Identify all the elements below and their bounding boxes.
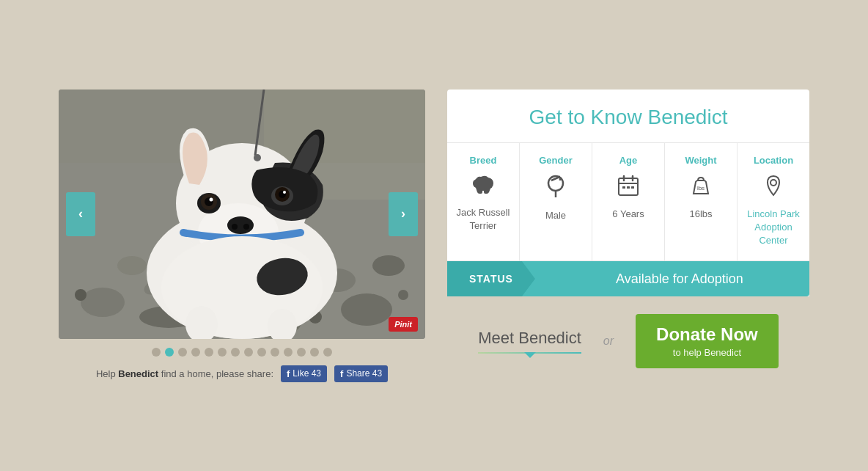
status-bar: STATUS Available for Adoption: [447, 261, 809, 296]
content-area: ‹ › Pinit Help Benedict find a home, ple…: [59, 90, 809, 382]
carousel-dot-7[interactable]: [244, 348, 253, 357]
left-panel: ‹ › Pinit Help Benedict find a home, ple…: [59, 90, 425, 382]
info-card: Get to Know Benedict BreedJack Russell T…: [447, 90, 809, 297]
or-text: or: [603, 335, 614, 348]
weight-icon: lbs: [690, 175, 712, 200]
svg-point-50: [770, 180, 776, 186]
svg-rect-46: [622, 186, 625, 189]
dog-photo: [59, 90, 425, 339]
stat-label-3: Weight: [685, 155, 716, 166]
stat-col-weight: Weightlbs16lbs: [665, 143, 738, 261]
svg-point-8: [75, 289, 87, 301]
title-prefix: Get to Know: [529, 106, 648, 128]
meet-button[interactable]: Meet Benedict: [478, 329, 581, 354]
donate-main-label: Donate Now: [656, 324, 758, 346]
bottom-actions: Meet Benedict or Donate Now to help Bene…: [447, 314, 809, 368]
stat-value-4: Lincoln Park Adoption Center: [745, 208, 802, 248]
facebook-icon: f: [287, 368, 290, 379]
carousel-dot-5[interactable]: [218, 348, 227, 357]
next-button[interactable]: ›: [389, 192, 418, 236]
stat-label-4: Location: [754, 155, 793, 166]
stat-col-breed: BreedJack Russell Terrier: [447, 143, 520, 261]
svg-point-7: [372, 255, 405, 276]
title-name: Benedict: [647, 106, 727, 128]
gender-icon: [545, 175, 566, 202]
carousel-dot-0[interactable]: [152, 348, 161, 357]
facebook-share-icon: f: [340, 368, 343, 379]
carousel-dot-6[interactable]: [231, 348, 240, 357]
page-wrapper: ‹ › Pinit Help Benedict find a home, ple…: [0, 0, 868, 471]
svg-point-36: [254, 154, 261, 161]
facebook-like-button[interactable]: f Like 43: [281, 365, 327, 382]
svg-point-11: [398, 290, 408, 300]
facebook-share-button[interactable]: f Share 43: [334, 365, 388, 382]
stat-value-2: 6 Years: [612, 208, 644, 221]
carousel-dot-10[interactable]: [284, 348, 293, 357]
like-label: Like 43: [293, 368, 321, 379]
carousel-dot-13[interactable]: [323, 348, 332, 357]
svg-text:lbs: lbs: [697, 185, 705, 191]
stat-value-0: Jack Russell Terrier: [455, 206, 512, 233]
stat-col-age: Age6 Years: [592, 143, 665, 261]
carousel-dot-11[interactable]: [297, 348, 306, 357]
carousel-dot-1[interactable]: [165, 348, 174, 357]
svg-point-1: [81, 288, 125, 317]
carousel-dot-12[interactable]: [310, 348, 319, 357]
photo-container: ‹ › Pinit: [59, 90, 425, 339]
meet-underline: [478, 352, 581, 354]
share-label: Share 43: [346, 368, 382, 379]
svg-point-21: [243, 224, 249, 230]
meet-label: Meet Benedict: [478, 329, 581, 348]
card-title: Get to Know Benedict: [447, 90, 809, 143]
location-icon: [765, 175, 782, 200]
next-icon: ›: [401, 206, 405, 222]
status-value: Available for Adoption: [535, 271, 809, 287]
share-text: Help Benedict find a home, please share:: [96, 368, 273, 379]
calendar-icon: [617, 175, 639, 200]
stat-col-location: LocationLincoln Park Adoption Center: [738, 143, 809, 261]
svg-point-6: [117, 256, 147, 275]
donate-sub-label: to help Benedict: [673, 347, 741, 358]
stat-col-gender: GenderMale: [520, 143, 592, 261]
pet-name-share: Benedict: [118, 368, 158, 379]
svg-point-20: [232, 224, 238, 230]
carousel-dot-9[interactable]: [271, 348, 279, 357]
stat-value-3: 16lbs: [689, 208, 712, 221]
pinit-badge[interactable]: Pinit: [389, 317, 418, 332]
svg-point-25: [210, 197, 213, 201]
svg-point-29: [283, 191, 286, 194]
dog-icon: [471, 175, 495, 199]
carousel-dot-2[interactable]: [178, 348, 187, 357]
stats-row: BreedJack Russell TerrierGenderMaleAge6 …: [447, 143, 809, 262]
svg-point-19: [227, 216, 254, 234]
share-section: Help Benedict find a home, please share:…: [96, 365, 388, 382]
svg-point-4: [341, 293, 392, 326]
svg-rect-47: [627, 186, 630, 189]
carousel-dot-3[interactable]: [191, 348, 200, 357]
right-panel: Get to Know Benedict BreedJack Russell T…: [447, 90, 809, 368]
carousel-dot-4[interactable]: [205, 348, 213, 357]
prev-icon: ‹: [78, 206, 83, 222]
donate-button[interactable]: Donate Now to help Benedict: [636, 314, 779, 368]
stat-value-1: Male: [545, 209, 566, 222]
stat-label-0: Breed: [470, 155, 497, 166]
status-label: STATUS: [447, 261, 535, 296]
carousel-dot-8[interactable]: [257, 348, 266, 357]
stat-label-2: Age: [619, 155, 638, 166]
stat-label-1: Gender: [539, 155, 573, 166]
prev-button[interactable]: ‹: [66, 192, 95, 236]
dots-container: [152, 348, 332, 357]
svg-rect-48: [631, 186, 634, 189]
